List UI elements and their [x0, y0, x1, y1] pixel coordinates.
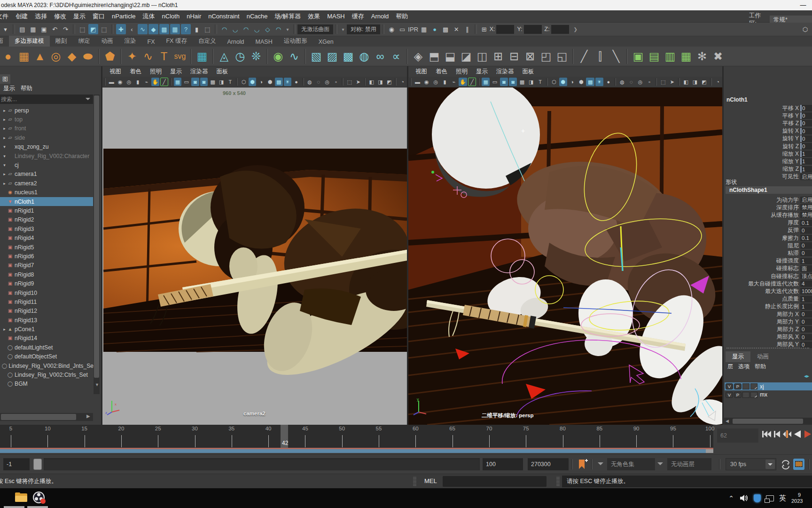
character-set-dropdown-icon[interactable]: [598, 462, 603, 468]
snap-point-icon[interactable]: ∿: [138, 24, 148, 34]
safe-action-icon[interactable]: ◨: [527, 78, 535, 86]
panel-menu-面板[interactable]: 面板: [518, 68, 539, 76]
shape-node-name[interactable]: nClothShape1: [726, 186, 812, 194]
channel-为动力学[interactable]: 为动力学启用: [724, 196, 812, 204]
shelf-tab-6[interactable]: FX: [142, 37, 161, 47]
menu-8[interactable]: nCloth: [158, 13, 184, 20]
outliner-item-nRigid11[interactable]: ▣nRigid11: [0, 297, 93, 306]
2d-pan-icon[interactable]: ✋: [151, 78, 159, 86]
shelf-tab-3[interactable]: 绑定: [73, 36, 96, 47]
checker-icon[interactable]: ▩: [275, 78, 283, 86]
channel-局部力 Z[interactable]: 局部力 Z0: [724, 325, 812, 333]
isolate-icon[interactable]: ⬚: [345, 78, 353, 86]
grid-icon[interactable]: ▦: [174, 78, 182, 86]
layout-b-icon[interactable]: ◨: [376, 78, 384, 86]
shelf-collapse-icon[interactable]: ▾: [0, 24, 10, 34]
outliner-item-pCone1[interactable]: ▸▲pCone1: [0, 325, 93, 333]
menu-4[interactable]: 显示: [70, 12, 89, 21]
menu-1[interactable]: 创建: [12, 12, 31, 21]
ipr-render-icon[interactable]: IPR: [408, 24, 418, 34]
green-a-icon[interactable]: ▣: [630, 48, 646, 64]
character-set-field[interactable]: 无角色集: [607, 458, 655, 470]
image-plane-icon[interactable]: ⌁: [143, 78, 151, 86]
outliner-item-xqq_zong_zu[interactable]: ▾xqq_zong_zu: [0, 143, 93, 151]
render-settings-icon[interactable]: ▦: [419, 24, 429, 34]
channel-静止长度比例[interactable]: 静止长度比例1: [724, 303, 812, 310]
channel-缩放 X[interactable]: 缩放 X1: [724, 150, 812, 158]
menu-7[interactable]: 流体: [139, 12, 159, 21]
bookmark-icon[interactable]: ▮: [441, 78, 449, 86]
menu-16[interactable]: Arnold: [367, 13, 393, 20]
panel-menu-渲染器[interactable]: 渲染器: [186, 68, 212, 76]
go-to-start-button[interactable]: [761, 429, 772, 439]
poly-disc-icon[interactable]: ⬬: [80, 48, 96, 64]
outliner-menu-1[interactable]: 帮助: [19, 85, 37, 93]
camera-attrs-icon[interactable]: ◎: [125, 78, 133, 86]
snowflake-icon[interactable]: ❊: [248, 48, 264, 64]
tool-a-icon[interactable]: ◈: [410, 48, 426, 64]
outliner-menu-0[interactable]: 显示: [2, 85, 19, 93]
mirror-icon[interactable]: ⫿: [592, 48, 608, 64]
menu-2[interactable]: 选择: [31, 12, 51, 21]
viewport-persp[interactable]: 视图着色照明显示渲染器面板 ▬◉◎▮⌁✋╱▦▭◙◙▩◨T⬡⬢◑⬢▩☀●◍◌◎▫⬚…: [408, 66, 722, 425]
outliner-item-nRigid4[interactable]: ▣nRigid4: [0, 233, 93, 242]
range-slider-handle[interactable]: [33, 459, 42, 470]
green-b-icon[interactable]: ▤: [646, 48, 662, 64]
outliner-panel-tab[interactable]: 图: [0, 74, 10, 84]
channel-旋转 Z[interactable]: 旋转 Z0: [724, 143, 812, 150]
projection-icon[interactable]: ◬: [216, 48, 232, 64]
shelf-tab-11[interactable]: 运动图形: [278, 36, 313, 47]
time-slider[interactable]: 5101520253035404550556065707580859095100…: [0, 425, 812, 454]
tool-g-icon[interactable]: ⊟: [506, 48, 522, 64]
mel-input[interactable]: [443, 476, 547, 487]
render-view-icon[interactable]: ◉: [387, 24, 397, 34]
channel-旋转 Y[interactable]: 旋转 Y0: [724, 135, 812, 143]
shelf-tab-4[interactable]: 动画: [96, 36, 119, 47]
outliner-item-persp[interactable]: ▸▱persp: [0, 106, 93, 115]
cube-b-icon[interactable]: ▨: [324, 48, 340, 64]
construction-6-icon[interactable]: ◠: [273, 24, 283, 34]
poly-cone-icon[interactable]: ▲: [32, 48, 48, 64]
green-c-icon[interactable]: ▥: [662, 48, 678, 64]
calculator-icon[interactable]: ▦: [194, 48, 210, 64]
layer-row-mx[interactable]: VPmx: [725, 391, 812, 399]
undo-icon[interactable]: ↶: [50, 24, 60, 34]
channel-平移 Y[interactable]: 平移 Y0: [724, 112, 812, 119]
brush-icon[interactable]: ╱: [576, 48, 592, 64]
outliner-item-nRigid12[interactable]: ▣nRigid12: [0, 307, 93, 316]
tool-f-icon[interactable]: ⊞: [490, 48, 506, 64]
panel-menu-视图[interactable]: 视图: [105, 68, 125, 76]
live-object-icon[interactable]: ▩: [159, 24, 169, 34]
layout-b-icon[interactable]: ◨: [691, 78, 699, 86]
panel-menu-视图[interactable]: 视图: [411, 68, 431, 76]
depth-peel-icon[interactable]: ▫: [645, 78, 653, 86]
refresh-icon[interactable]: ◔: [398, 78, 406, 86]
x-icon[interactable]: ✖: [710, 48, 726, 64]
refresh-icon[interactable]: ◔: [714, 78, 722, 86]
channel-hscrollbar[interactable]: ◀: [724, 418, 812, 425]
checker-icon[interactable]: ▩: [586, 78, 594, 86]
cursor-icon[interactable]: ➤: [354, 78, 362, 86]
tray-clock[interactable]: 9 2023: [791, 492, 812, 504]
wireframe-icon[interactable]: ⬡: [240, 78, 248, 86]
channel-最大迭代次数[interactable]: 最大迭代次数10000: [724, 287, 812, 295]
file-explorer-icon[interactable]: [15, 492, 27, 502]
construction-1-icon[interactable]: ◠: [219, 24, 229, 34]
shaded-icon[interactable]: ⬢: [249, 78, 257, 86]
menu-11[interactable]: nCache: [243, 13, 272, 20]
select-component-icon[interactable]: ⬚: [99, 24, 109, 34]
clock-icon[interactable]: ◷: [232, 48, 248, 64]
lock-icon[interactable]: ▮: [192, 24, 202, 34]
channel-平移 X[interactable]: 平移 X0: [724, 104, 812, 112]
channel-缩放 Z[interactable]: 缩放 Z1: [724, 166, 812, 173]
outliner-item-BGM[interactable]: ◯BGM: [0, 380, 93, 389]
res-gate-icon[interactable]: ◙: [500, 78, 508, 86]
layout-a-icon[interactable]: ◧: [682, 78, 690, 86]
outliner-item-nucleus1[interactable]: ◉nucleus1: [0, 188, 93, 197]
channel-摩擦力[interactable]: 摩擦力0.1: [724, 234, 812, 242]
channel-从缓存播放[interactable]: 从缓存播放禁用: [724, 211, 812, 219]
pencil-icon[interactable]: ╱: [468, 78, 476, 86]
outliner-item-cj[interactable]: ▾cj: [0, 160, 93, 169]
paint-effects-icon[interactable]: ✕: [452, 24, 461, 34]
anim-layer-field[interactable]: 无动画层: [667, 458, 711, 470]
